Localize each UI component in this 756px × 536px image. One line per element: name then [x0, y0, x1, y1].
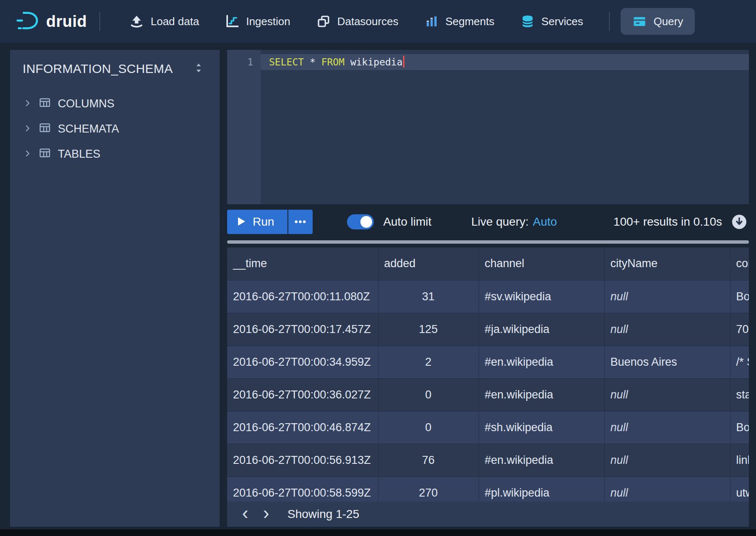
table-cell[interactable]: 0	[378, 411, 479, 444]
nav-item-label: Segments	[445, 15, 495, 28]
schema-title: INFORMATION_SCHEMA	[23, 62, 173, 76]
live-query-label: Live query:	[471, 215, 529, 229]
tree-item-label: SCHEMATA	[58, 122, 119, 135]
sql-star: *	[310, 57, 316, 68]
auto-limit-label[interactable]: Auto limit	[383, 215, 431, 229]
table-cell[interactable]: #sv.wikipedia	[479, 280, 604, 313]
table-cell[interactable]: #sh.wikipedia	[479, 411, 604, 444]
download-results-icon[interactable]	[731, 214, 747, 230]
datasources-stack-icon	[316, 14, 331, 29]
table-cell[interactable]: /* S	[730, 346, 749, 378]
table-cell[interactable]: null	[604, 313, 730, 346]
auto-limit-toggle[interactable]	[347, 214, 374, 229]
table-grid-icon	[39, 122, 51, 136]
line-number: 1	[227, 54, 253, 70]
table-cell[interactable]: 2016-06-27T00:00:17.457Z	[227, 313, 378, 346]
nav-item-datasources[interactable]: Datasources	[316, 14, 399, 29]
query-console-icon	[632, 14, 647, 29]
nav-item-query[interactable]: Query	[621, 8, 695, 35]
chevron-right-icon	[23, 148, 32, 161]
table-row: 2016-06-27T00:00:34.959Z2#en.wikipediaBu…	[227, 346, 749, 378]
brand-name: druid	[46, 13, 87, 31]
sql-editor[interactable]: 1 SELECT * FROM wikipedia	[227, 50, 749, 204]
table-header-row: __timeaddedchannelcityNamecom	[227, 247, 749, 280]
showing-range-label: Showing 1-25	[287, 507, 359, 521]
run-toolbar: Run ••• Auto limit Live query: Auto 100+…	[227, 210, 749, 234]
tree-item-label: COLUMNS	[58, 97, 114, 110]
table-cell[interactable]: #en.wikipedia	[479, 378, 604, 411]
druid-home-link[interactable]: druid	[15, 9, 87, 34]
table-cell[interactable]: 2	[378, 346, 479, 378]
nav-item-label: Query	[653, 15, 683, 28]
table-cell[interactable]: Bo	[730, 411, 749, 444]
column-header-__time[interactable]: __time	[227, 247, 378, 280]
table-cell[interactable]: 0	[378, 378, 479, 411]
table-row: 2016-06-27T00:00:11.080Z31#sv.wikipedian…	[227, 280, 749, 313]
sort-icon[interactable]	[194, 62, 204, 75]
ingestion-chart-icon	[225, 14, 239, 29]
next-page-button[interactable]: ›	[256, 504, 277, 525]
horizontal-scrollbar[interactable]	[227, 240, 749, 244]
tree-item-tables[interactable]: TABLES	[10, 141, 220, 167]
column-header-com[interactable]: com	[730, 247, 749, 280]
table-cell[interactable]: 2016-06-27T00:00:56.913Z	[227, 444, 378, 476]
ellipsis-icon: •••	[295, 216, 307, 227]
query-view: 1 SELECT * FROM wikipedia Run ••• Auto l…	[227, 50, 749, 527]
play-icon	[238, 215, 245, 229]
column-header-channel[interactable]: channel	[479, 247, 604, 280]
run-button-label: Run	[253, 215, 274, 229]
table-cell[interactable]: #ja.wikipedia	[479, 313, 604, 346]
nav-item-services[interactable]: Services	[520, 14, 583, 29]
nav-item-label: Ingestion	[246, 15, 290, 28]
table-cell[interactable]: 76	[378, 444, 479, 476]
table-cell[interactable]: 70:	[730, 313, 749, 346]
table-row: 2016-06-27T00:00:46.874Z0#sh.wikipedianu…	[227, 411, 749, 444]
results-table-panel: __timeaddedchannelcityNamecom 2016-06-27…	[227, 247, 749, 527]
bottom-strip	[0, 529, 756, 536]
table-row: 2016-06-27T00:00:56.913Z76#en.wikipedian…	[227, 444, 749, 476]
druid-logo-icon	[15, 9, 39, 34]
toggle-knob	[360, 216, 372, 228]
nav-item-load-data[interactable]: Load data	[129, 14, 199, 29]
table-cell[interactable]: 2016-06-27T00:00:34.959Z	[227, 346, 378, 378]
results-summary: 100+ results in 0.10s	[614, 215, 722, 229]
table-cell[interactable]: #en.wikipedia	[479, 346, 604, 378]
table-cell[interactable]: Bo	[730, 280, 749, 313]
table-cell[interactable]: 125	[378, 313, 479, 346]
schema-tree: COLUMNS SCHEMATA	[10, 83, 220, 167]
table-cell[interactable]: null	[604, 378, 730, 411]
results-table: __timeaddedchannelcityNamecom 2016-06-27…	[227, 247, 749, 510]
table-cell[interactable]: 2016-06-27T00:00:11.080Z	[227, 280, 378, 313]
tree-item-columns[interactable]: COLUMNS	[10, 91, 220, 116]
live-query-value-link[interactable]: Auto	[533, 215, 557, 229]
table-cell[interactable]: null	[604, 280, 730, 313]
table-cell[interactable]: null	[604, 411, 730, 444]
table-cell[interactable]: Buenos Aires	[604, 346, 730, 378]
table-grid-icon	[39, 96, 51, 111]
table-cell[interactable]: 31	[378, 280, 479, 313]
table-cell[interactable]: sta	[730, 378, 749, 411]
chevron-right-icon	[23, 122, 32, 135]
text-cursor	[403, 56, 404, 68]
table-cell[interactable]: 2016-06-27T00:00:36.027Z	[227, 378, 378, 411]
table-cell[interactable]: 2016-06-27T00:00:46.874Z	[227, 411, 378, 444]
table-cell[interactable]: #en.wikipedia	[479, 444, 604, 476]
sql-table-name: wikipedia	[350, 57, 403, 68]
table-cell[interactable]: link	[730, 444, 749, 476]
previous-page-button[interactable]: ‹	[235, 504, 256, 525]
column-header-added[interactable]: added	[378, 247, 479, 280]
nav-item-label: Datasources	[337, 15, 399, 28]
column-header-cityName[interactable]: cityName	[604, 247, 730, 280]
table-row: 2016-06-27T00:00:17.457Z125#ja.wikipedia…	[227, 313, 749, 346]
table-cell[interactable]: null	[604, 444, 730, 476]
schema-explorer-panel: INFORMATION_SCHEMA COL	[10, 50, 220, 527]
topbar-divider	[609, 12, 610, 31]
editor-code-area: SELECT * FROM wikipedia	[261, 50, 749, 204]
nav-item-segments[interactable]: Segments	[425, 14, 495, 29]
run-button[interactable]: Run	[227, 210, 287, 234]
tree-item-schemata[interactable]: SCHEMATA	[10, 116, 220, 141]
run-more-options-button[interactable]: •••	[288, 210, 313, 234]
tree-item-label: TABLES	[58, 148, 101, 161]
pagination-footer: ‹ › Showing 1-25	[227, 502, 749, 527]
nav-item-ingestion[interactable]: Ingestion	[225, 14, 290, 29]
